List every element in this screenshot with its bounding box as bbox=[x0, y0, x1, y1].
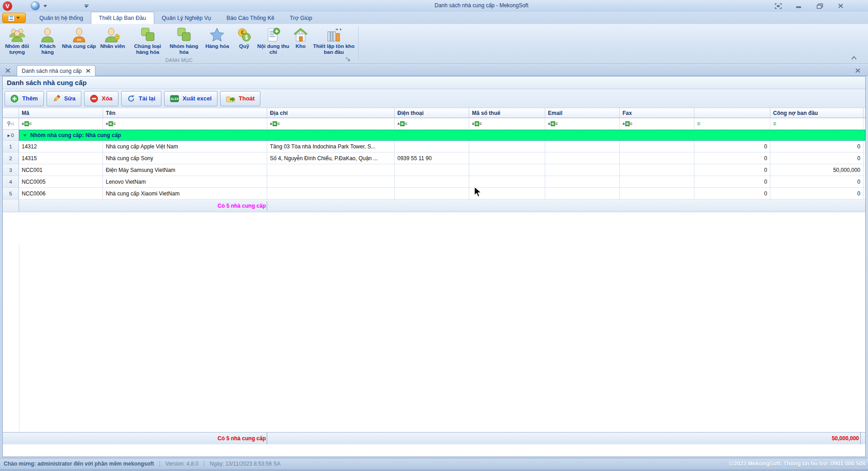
ribbon-item-noi-dung-thu-chi[interactable]: Nội dung thu chi bbox=[256, 25, 291, 57]
column-header-dia-chi[interactable]: Địa chỉ bbox=[267, 108, 395, 118]
cell-cong-no[interactable]: 0 bbox=[770, 152, 863, 164]
cell-cong-no-0[interactable]: 0 bbox=[694, 152, 770, 164]
export-excel-button[interactable]: XLSX Xuất excel bbox=[164, 91, 217, 106]
cell-dia-chi[interactable] bbox=[267, 164, 395, 176]
cell-fax[interactable] bbox=[620, 164, 694, 176]
ribbon-item-nhom-hang-hoa[interactable]: Nhóm hàng hóa bbox=[166, 25, 202, 57]
cell-dien-thoai[interactable] bbox=[395, 164, 469, 176]
ribbon-item-kho[interactable]: Kho bbox=[291, 25, 311, 57]
minimize-button[interactable] bbox=[794, 2, 804, 10]
ribbon-item-khach-hang[interactable]: Khách hàng bbox=[33, 25, 62, 57]
cell-dien-thoai[interactable] bbox=[395, 176, 469, 188]
document-tab-danh-sach-nha-cung-cap[interactable]: Danh sách nhà cung cấp bbox=[17, 65, 95, 76]
cell-ma[interactable]: NCC001 bbox=[19, 164, 103, 176]
cell-dien-thoai[interactable]: 0939 55 11 90 bbox=[395, 152, 469, 164]
edit-button[interactable]: Sửa bbox=[47, 91, 81, 106]
ribbon-item-chung-loai-hang-hoa[interactable]: Chủng loại hàng hóa bbox=[129, 25, 166, 57]
ribbon-item-hang-hoa[interactable]: Hàng hóa bbox=[202, 25, 232, 57]
filter-cell-dien-thoai[interactable]: ABC bbox=[395, 118, 469, 130]
ribbon-tab-quan-ly-nghiep-vu[interactable]: Quản Lý Nghiệp Vụ bbox=[154, 12, 219, 24]
cell-dien-thoai[interactable] bbox=[395, 188, 469, 200]
cell-ma[interactable]: 14312 bbox=[19, 141, 103, 152]
column-header-ma[interactable]: Mã bbox=[19, 108, 103, 118]
cell-ten[interactable]: Nhà cung cấp Xiaomi VietNam bbox=[103, 188, 267, 200]
cell-ma-so-thue[interactable] bbox=[469, 141, 545, 152]
ribbon-tab-bao-cao-thong-ke[interactable]: Báo Cáo Thống Kê bbox=[219, 12, 282, 24]
filter-cell-fax[interactable]: ABC bbox=[620, 118, 694, 130]
add-button[interactable]: Thêm bbox=[5, 91, 44, 106]
cell-ten[interactable]: Lenovo VietNam bbox=[103, 176, 267, 188]
filter-cell-cong-no[interactable]: = bbox=[770, 118, 863, 130]
table-row[interactable]: 1 14312 Nhà cung cấp Apple Việt Nam Tầng… bbox=[3, 141, 865, 152]
filter-cell-ten[interactable]: ABC bbox=[103, 118, 267, 130]
ribbon-tab-thiet-lap-ban-dau[interactable]: Thiết Lập Ban Đầu bbox=[91, 12, 154, 24]
cell-cong-no[interactable]: 0 bbox=[770, 141, 863, 152]
column-header-fax[interactable]: Fax bbox=[620, 108, 694, 118]
ribbon-item-nha-cung-cap[interactable]: DX Nhà cung cấp bbox=[62, 25, 96, 57]
cell-ten[interactable]: Nhà cung cấp Sony bbox=[103, 152, 267, 164]
table-row[interactable]: 3 NCC001 Điện Máy Samsung VietNam 0 50,0… bbox=[3, 164, 865, 176]
delete-button[interactable]: Xóa bbox=[84, 91, 118, 106]
column-header-cong-no-0[interactable] bbox=[694, 108, 770, 118]
orb-dropdown-arrow-icon[interactable] bbox=[43, 5, 47, 7]
cell-ten[interactable]: Điện Máy Samsung VietNam bbox=[103, 164, 267, 176]
cell-cong-no[interactable]: 50,000,000 bbox=[770, 164, 863, 176]
ribbon-item-quy[interactable]: € $ Quỹ bbox=[232, 25, 256, 57]
cell-fax[interactable] bbox=[620, 141, 694, 152]
filter-cell-dia-chi[interactable]: ABC bbox=[267, 118, 395, 130]
cell-dia-chi[interactable]: Số 4, Nguyễn Đình Chiểu, P.ĐaKao, Quận .… bbox=[267, 152, 395, 164]
cell-cong-no-0[interactable]: 0 bbox=[694, 164, 770, 176]
docstrip-close-right-icon[interactable] bbox=[854, 67, 862, 74]
close-button[interactable] bbox=[835, 2, 845, 10]
cell-ten[interactable]: Nhà cung cấp Apple Việt Nam bbox=[103, 141, 267, 152]
cell-ma[interactable]: NCC0005 bbox=[19, 176, 103, 188]
restore-button[interactable] bbox=[815, 2, 825, 10]
filter-cell-ma[interactable]: ABC bbox=[19, 118, 103, 130]
cell-ma[interactable]: NCC0006 bbox=[19, 188, 103, 200]
ribbon-item-thiet-lap-ton-kho[interactable]: Thiết lập tồn kho ban đầu bbox=[311, 25, 357, 57]
cell-email[interactable] bbox=[545, 141, 620, 152]
exit-button[interactable]: Thoát bbox=[220, 91, 260, 106]
docstrip-close-left-icon[interactable] bbox=[4, 67, 12, 74]
cell-dia-chi[interactable] bbox=[267, 176, 395, 188]
table-row[interactable]: 4 NCC0005 Lenovo VietNam 0 0 bbox=[3, 176, 865, 188]
filter-cell-cong-no-0[interactable]: = bbox=[694, 118, 770, 130]
cell-email[interactable] bbox=[545, 188, 620, 200]
cell-email[interactable] bbox=[545, 152, 620, 164]
table-row[interactable]: 2 14315 Nhà cung cấp Sony Số 4, Nguyễn Đ… bbox=[3, 152, 865, 164]
cell-dia-chi[interactable] bbox=[267, 188, 395, 200]
reload-button[interactable]: Tải lại bbox=[121, 91, 161, 106]
cell-email[interactable] bbox=[545, 164, 620, 176]
quick-access-toolbar-button[interactable] bbox=[83, 3, 90, 10]
group-row[interactable]: ▸ 0 Nhóm nhà cung cấp: Nhà cung cấp bbox=[3, 130, 865, 141]
dialog-launcher-icon[interactable] bbox=[346, 57, 352, 62]
document-tab-close-icon[interactable] bbox=[86, 69, 90, 73]
filter-cell-email[interactable]: ABC bbox=[545, 118, 620, 130]
cell-cong-no-0[interactable]: 0 bbox=[694, 176, 770, 188]
column-header-email[interactable]: Email bbox=[545, 108, 620, 118]
ribbon-collapse-chevron-icon[interactable] bbox=[851, 54, 858, 61]
fullscreen-button[interactable] bbox=[773, 2, 783, 10]
column-header-ma-so-thue[interactable]: Mã số thuế bbox=[469, 108, 545, 118]
cell-fax[interactable] bbox=[620, 176, 694, 188]
cell-cong-no[interactable]: 0 bbox=[770, 176, 863, 188]
filter-cell-ma-so-thue[interactable]: ABC bbox=[469, 118, 545, 130]
cell-cong-no-0[interactable]: 0 bbox=[694, 141, 770, 152]
application-menu-button[interactable] bbox=[2, 13, 26, 23]
cell-dien-thoai[interactable] bbox=[395, 141, 469, 152]
cell-fax[interactable] bbox=[620, 152, 694, 164]
ribbon-item-nhom-doi-tuong[interactable]: Nhóm đối tượng bbox=[1, 25, 33, 57]
ribbon-tab-quan-tri-he-thong[interactable]: Quản trị hệ thống bbox=[32, 12, 91, 24]
cell-dia-chi[interactable]: Tầng 03 Tòa nhà Indochina Park Tower, S.… bbox=[267, 141, 395, 152]
group-collapse-chevron-icon[interactable] bbox=[23, 134, 27, 137]
cell-ma-so-thue[interactable] bbox=[469, 164, 545, 176]
cell-ma[interactable]: 14315 bbox=[19, 152, 103, 164]
group-row-band[interactable]: Nhóm nhà cung cấp: Nhà cung cấp bbox=[19, 130, 865, 141]
cell-ma-so-thue[interactable] bbox=[469, 152, 545, 164]
column-header-dien-thoai[interactable]: Điện thoại bbox=[395, 108, 469, 118]
ribbon-item-nhan-vien[interactable]: Nhân viên bbox=[96, 25, 129, 57]
column-header-cong-no-ban-dau[interactable]: Công nợ ban đầu bbox=[770, 108, 863, 118]
cell-cong-no[interactable]: 0 bbox=[770, 188, 863, 200]
column-header-ten[interactable]: Tên bbox=[103, 108, 267, 118]
table-row[interactable]: 5 NCC0006 Nhà cung cấp Xiaomi VietNam 0 … bbox=[3, 188, 865, 200]
